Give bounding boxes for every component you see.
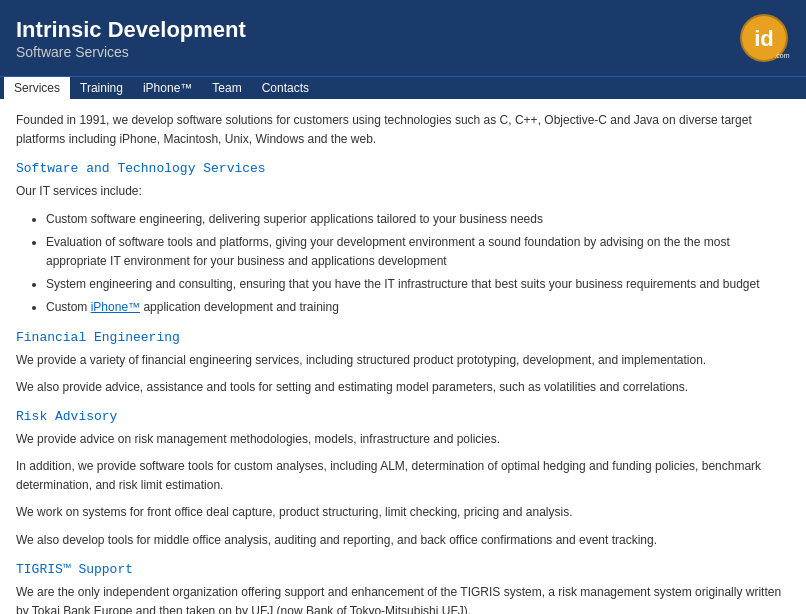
- header-title-block: Intrinsic Development Software Services: [16, 16, 246, 61]
- nav-item-team[interactable]: Team: [202, 77, 251, 99]
- tigris-heading: TIGRIS™ Support: [16, 562, 790, 577]
- tigris-section: TIGRIS™ Support We are the only independ…: [16, 562, 790, 614]
- list-item: Evaluation of software tools and platfor…: [46, 233, 790, 271]
- list-item: Custom iPhone™ application development a…: [46, 298, 790, 317]
- software-services-heading: Software and Technology Services: [16, 161, 790, 176]
- list-item: Custom software engineering, delivering …: [46, 210, 790, 229]
- tigris-para1: We are the only independent organization…: [16, 583, 790, 614]
- svg-text:.com: .com: [774, 52, 789, 59]
- navigation: Services Training iPhone™ Team Contacts: [0, 76, 806, 99]
- risk-advisory-section: Risk Advisory We provide advice on risk …: [16, 409, 790, 550]
- nav-item-iphone[interactable]: iPhone™: [133, 77, 202, 99]
- site-name-line1: Intrinsic Development: [16, 16, 246, 45]
- software-services-section: Software and Technology Services Our IT …: [16, 161, 790, 317]
- risk-para2: In addition, we provide software tools f…: [16, 457, 790, 495]
- list-item: System engineering and consulting, ensur…: [46, 275, 790, 294]
- nav-item-training[interactable]: Training: [70, 77, 133, 99]
- logo-icon: id .com: [738, 12, 790, 64]
- risk-para3: We work on systems for front office deal…: [16, 503, 790, 522]
- intro-paragraph: Founded in 1991, we develop software sol…: [16, 111, 790, 149]
- financial-para1: We provide a variety of financial engine…: [16, 351, 790, 370]
- risk-advisory-heading: Risk Advisory: [16, 409, 790, 424]
- site-name-line2: Software Services: [16, 44, 246, 60]
- financial-engineering-heading: Financial Engineering: [16, 330, 790, 345]
- svg-text:id: id: [754, 26, 774, 51]
- nav-item-services[interactable]: Services: [4, 77, 70, 99]
- services-list: Custom software engineering, delivering …: [46, 210, 790, 318]
- financial-para2: We also provide advice, assistance and t…: [16, 378, 790, 397]
- header: Intrinsic Development Software Services …: [0, 0, 806, 76]
- iphone-link[interactable]: iPhone™: [91, 300, 140, 314]
- it-services-intro: Our IT services include:: [16, 182, 790, 201]
- nav-item-contacts[interactable]: Contacts: [252, 77, 319, 99]
- risk-para4: We also develop tools for middle office …: [16, 531, 790, 550]
- financial-engineering-section: Financial Engineering We provide a varie…: [16, 330, 790, 397]
- risk-para1: We provide advice on risk management met…: [16, 430, 790, 449]
- main-content: Founded in 1991, we develop software sol…: [0, 99, 806, 614]
